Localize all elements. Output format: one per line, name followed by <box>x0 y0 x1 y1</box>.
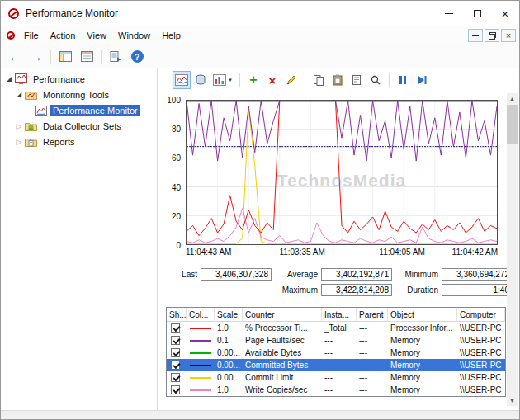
show-checkbox[interactable] <box>171 348 180 357</box>
tree-item-reports[interactable]: ▷ Reports <box>1 134 157 149</box>
tree-item-monitoring-tools[interactable]: ◢ Monitoring Tools <box>1 87 157 102</box>
show-checkbox[interactable] <box>171 336 180 345</box>
collapse-arrow-icon[interactable]: ▷ <box>14 138 24 146</box>
mdi-minimize-button[interactable] <box>468 29 483 42</box>
tree-item-label: Data Collector Sets <box>40 120 124 132</box>
close-icon: × <box>502 7 509 20</box>
counter-row[interactable]: 1.0 Write Copies/sec --- --- Memory \\US… <box>167 384 505 396</box>
show-checkbox[interactable] <box>171 361 180 370</box>
mdi-restore-button[interactable] <box>485 29 499 42</box>
highlight-button[interactable] <box>282 71 300 89</box>
scale-cell: 0.00... <box>215 348 243 357</box>
mdi-minimize-icon <box>472 35 479 36</box>
tree-item-performance-monitor[interactable]: Performance Monitor <box>1 102 157 118</box>
show-checkbox[interactable] <box>171 385 180 394</box>
vertical-scrollbar[interactable]: ▲ ▼ <box>507 93 518 406</box>
column-header-instance[interactable]: Insta... <box>322 308 357 322</box>
scrollbar-down-icon[interactable]: ▼ <box>507 395 518 406</box>
color-swatch <box>190 352 211 354</box>
properties-button[interactable] <box>347 71 366 89</box>
zoom-button[interactable] <box>366 71 385 89</box>
counter-row[interactable]: 0.1 Page Faults/sec --- --- Memory \\USE… <box>167 334 505 347</box>
column-header-parent[interactable]: Parent <box>357 308 388 322</box>
view-current-activity-button[interactable] <box>173 71 191 89</box>
minimum-value: 3,360,694,272 <box>442 268 513 281</box>
y-tick-label: 40 <box>172 182 181 191</box>
show-hide-console-tree-button[interactable] <box>55 48 75 66</box>
view-log-data-button[interactable] <box>191 71 210 89</box>
y-axis: 100 80 60 40 20 0 <box>164 100 182 245</box>
chart-svg <box>187 101 497 244</box>
expand-arrow-icon[interactable]: ◢ <box>4 75 14 83</box>
freeze-display-button[interactable] <box>394 71 412 89</box>
delete-icon: × <box>269 74 277 87</box>
add-counter-button[interactable]: + <box>244 71 262 89</box>
copy-properties-button[interactable] <box>310 71 328 89</box>
forward-arrow-icon: → <box>31 50 43 63</box>
computer-cell: \\USER-PC <box>457 361 505 370</box>
x-tick-label: 11:04:05 AM <box>379 248 424 257</box>
delete-counter-button[interactable]: × <box>263 71 281 89</box>
console-tree-pane: ◢ Performance ◢ Monitoring Tools Perform… <box>1 68 158 410</box>
export-list-button[interactable] <box>106 48 125 66</box>
column-header-counter[interactable]: Counter <box>243 308 322 322</box>
highlight-pencil-icon <box>286 74 297 86</box>
maximum-label: Maximum <box>275 286 318 295</box>
object-cell: Memory <box>388 373 457 382</box>
change-graph-type-button[interactable]: ▼ <box>210 71 235 89</box>
scrollbar-up-icon[interactable]: ▲ <box>507 93 518 104</box>
menu-help[interactable]: Help <box>156 28 187 43</box>
scale-cell: 0.00... <box>215 361 243 370</box>
menu-window[interactable]: Window <box>112 28 156 43</box>
toolbar-separator <box>101 50 102 64</box>
help-button[interactable]: ? <box>127 48 147 66</box>
counter-row-selected[interactable]: 0.00... Committed Bytes --- --- Memory \… <box>167 359 505 371</box>
performance-monitor-pane: ▼ + × <box>158 68 519 410</box>
counter-row[interactable]: 0.00... Commit Limit --- --- Memory \\US… <box>167 371 505 384</box>
counter-row[interactable]: 1.0 % Processor Ti... _Total --- Process… <box>167 322 505 334</box>
expand-arrow-icon[interactable]: ◢ <box>14 91 24 98</box>
column-header-computer[interactable]: Computer <box>457 308 505 322</box>
x-tick-label: 11:04:43 AM <box>186 248 231 257</box>
export-list-icon <box>110 51 122 62</box>
computer-cell: \\USER-PC <box>457 323 505 333</box>
mdi-close-button[interactable]: × <box>501 29 516 42</box>
column-header-color[interactable]: Col... <box>187 308 215 322</box>
console-window-button[interactable] <box>77 48 97 66</box>
close-button[interactable]: × <box>491 1 519 26</box>
back-button[interactable]: ← <box>5 48 25 66</box>
show-checkbox[interactable] <box>171 373 180 382</box>
paste-counter-list-button[interactable] <box>329 71 347 89</box>
last-value: 3,406,307,328 <box>201 268 272 281</box>
minimize-button[interactable] <box>435 1 463 26</box>
menu-file[interactable]: File <box>18 28 45 43</box>
y-tick-label: 20 <box>172 211 181 220</box>
tree-item-label: Reports <box>40 136 78 148</box>
tree-item-data-collector-sets[interactable]: ▷ Data Collector Sets <box>1 118 157 134</box>
computer-cell: \\USER-PC <box>457 336 505 345</box>
forward-button[interactable]: → <box>26 48 46 66</box>
tree-item-performance[interactable]: ◢ Performance <box>1 71 157 87</box>
view-log-data-icon <box>195 74 206 86</box>
duration-label: Duration <box>395 286 438 295</box>
column-header-object[interactable]: Object <box>388 308 457 322</box>
computer-cell: \\USER-PC <box>457 348 505 357</box>
collapse-arrow-icon[interactable]: ▷ <box>14 122 24 130</box>
column-header-scale[interactable]: Scale <box>215 308 243 322</box>
instance-cell: --- <box>322 348 357 357</box>
counter-row[interactable]: 0.00... Available Bytes --- --- Memory \… <box>167 347 505 359</box>
counter-cell: % Processor Ti... <box>243 323 322 333</box>
line-graph: TechnosMedia <box>186 100 498 245</box>
minimum-label: Minimum <box>395 270 438 279</box>
show-checkbox[interactable] <box>171 323 180 333</box>
menu-view[interactable]: View <box>81 28 112 43</box>
column-header-show[interactable]: Sh... <box>167 308 187 322</box>
help-icon: ? <box>131 50 144 63</box>
scale-cell: 1.0 <box>215 323 243 333</box>
color-swatch <box>190 328 211 329</box>
chevron-down-icon: ▼ <box>228 78 233 83</box>
scrollbar-thumb[interactable] <box>507 105 518 144</box>
maximize-button[interactable] <box>463 1 491 26</box>
update-data-button[interactable] <box>413 71 431 89</box>
menu-action[interactable]: Action <box>45 28 82 43</box>
